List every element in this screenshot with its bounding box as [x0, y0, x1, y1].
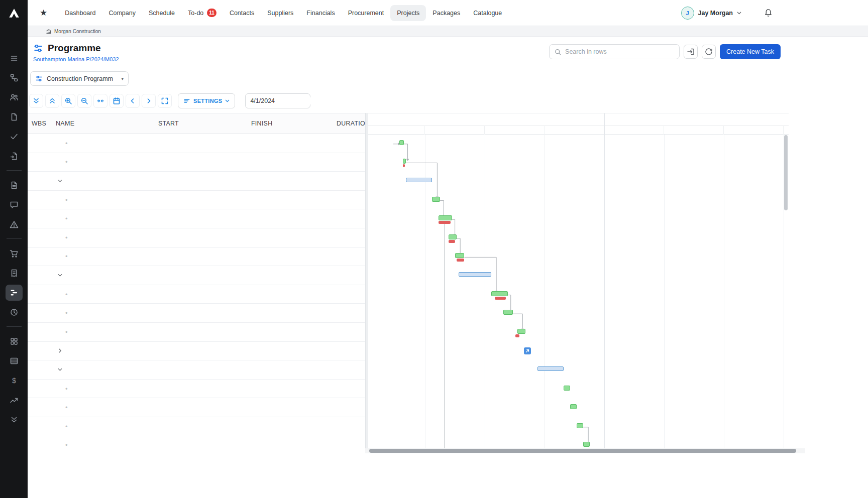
row-expander[interactable] [56, 348, 64, 353]
sidebar-item-file[interactable] [6, 177, 23, 193]
table-row[interactable]: • [28, 247, 365, 267]
table-row[interactable]: • [28, 380, 365, 399]
table-row[interactable]: • [28, 134, 365, 153]
gantt-task-bar[interactable] [577, 423, 583, 428]
sidebar-item-invoice[interactable] [6, 265, 23, 281]
favorites-star-icon[interactable]: ★ [40, 9, 47, 17]
sidebar-item-file-export[interactable] [6, 148, 23, 164]
sidebar-item-workflow[interactable] [6, 70, 23, 86]
sidebar-item-rows[interactable] [6, 353, 23, 369]
sidebar-item-clock[interactable] [6, 304, 23, 320]
vertical-scrollbar[interactable] [784, 135, 788, 210]
collapse-all-button[interactable] [45, 94, 59, 108]
sidebar-item-cart[interactable] [6, 245, 23, 262]
gantt-task-bar[interactable] [491, 291, 508, 296]
table-row[interactable]: • [28, 228, 365, 247]
nav-item-projects[interactable]: Projects [390, 5, 426, 21]
programme-select[interactable]: Construction Programm ▾ [30, 71, 129, 86]
column-header-wbs[interactable]: WBS [28, 120, 50, 127]
zoom-to-fit-button[interactable] [93, 94, 107, 108]
row-expander[interactable] [56, 273, 64, 278]
gantt-task-bar[interactable] [583, 442, 590, 447]
gantt-task-bar[interactable] [449, 234, 457, 239]
nav-item-procurement[interactable]: Procurement [342, 5, 391, 21]
sidebar-item-gantt[interactable] [6, 285, 23, 301]
nav-item-company[interactable]: Company [102, 5, 142, 21]
table-row[interactable]: • [28, 153, 365, 172]
gantt-task-bar[interactable] [564, 386, 570, 391]
notifications-bell-icon[interactable] [764, 9, 773, 17]
row-expander[interactable] [56, 367, 64, 372]
gantt-task-bar[interactable] [455, 253, 464, 258]
user-menu[interactable]: J Jay Morgan [681, 7, 741, 20]
table-row[interactable]: • [28, 209, 365, 228]
sidebar-item-grid[interactable] [6, 333, 23, 349]
gantt-task-bar[interactable] [403, 159, 406, 164]
gantt-task-bar[interactable] [432, 197, 440, 202]
gantt-task-bar[interactable] [399, 140, 404, 145]
sidebar-item-check[interactable] [6, 129, 23, 145]
sidebar-item-document[interactable] [6, 109, 23, 125]
shift-previous-button[interactable] [126, 94, 140, 108]
table-row[interactable] [28, 172, 365, 191]
collapsed-summary-bar[interactable] [524, 347, 531, 354]
nav-item-dashboard[interactable]: Dashboard [58, 5, 102, 21]
nav-item-contacts[interactable]: Contacts [223, 5, 261, 21]
shift-next-button[interactable] [142, 94, 156, 108]
column-header-duration[interactable]: DURATION [332, 120, 365, 127]
column-header-finish[interactable]: FINISH [246, 120, 332, 127]
table-row[interactable]: • [28, 436, 365, 449]
table-row[interactable]: • [28, 323, 365, 342]
zoom-out-button[interactable] [77, 94, 91, 108]
sidebar-item-dollar[interactable]: $ [6, 372, 23, 389]
sidebar-item-people[interactable] [6, 89, 23, 105]
row-expander[interactable] [56, 178, 64, 184]
calendar-button[interactable] [110, 94, 124, 108]
settings-button[interactable]: SETTINGS [178, 93, 235, 108]
column-header-start[interactable]: START [153, 120, 246, 127]
breadcrumb-company[interactable]: Morgan Construction [54, 29, 101, 34]
table-row[interactable] [28, 342, 365, 361]
nav-item-financials[interactable]: Financials [300, 5, 341, 21]
refresh-button[interactable] [702, 45, 716, 59]
fullscreen-button[interactable] [158, 94, 172, 108]
table-row[interactable] [28, 266, 365, 285]
sidebar-item-chat[interactable] [6, 197, 23, 213]
nav-item-packages[interactable]: Packages [426, 5, 467, 21]
table-row[interactable]: • [28, 398, 365, 417]
zoom-out-icon [80, 97, 88, 105]
sidebar-item-warning[interactable] [6, 216, 23, 232]
gantt-baseline-bar [495, 297, 506, 300]
gantt-summary-bar[interactable] [406, 178, 432, 182]
column-header-name[interactable]: NAME [50, 120, 153, 127]
nav-item-suppliers[interactable]: Suppliers [261, 5, 300, 21]
project-link[interactable]: Southampton Marina P/2024/M032 [33, 56, 119, 62]
nav-item-catalogue[interactable]: Catalogue [467, 5, 508, 21]
date-input[interactable] [250, 97, 331, 104]
create-new-task-button[interactable]: Create New Task [720, 44, 781, 59]
nav-item-schedule[interactable]: Schedule [142, 5, 181, 21]
app-logo-icon[interactable] [0, 0, 28, 26]
gantt-summary-bar[interactable] [459, 272, 491, 277]
table-row[interactable]: • [28, 191, 365, 210]
gantt-task-bar[interactable] [503, 310, 513, 315]
table-row[interactable] [28, 360, 365, 380]
table-row[interactable]: • [28, 304, 365, 323]
table-row[interactable]: • [28, 285, 365, 304]
gantt-task-bar[interactable] [517, 329, 525, 334]
gantt-task-bar[interactable] [570, 404, 577, 409]
zoom-in-button[interactable] [61, 94, 75, 108]
horizontal-scrollbar[interactable] [369, 449, 796, 453]
sidebar-item-chevrons-down[interactable] [6, 412, 23, 428]
nav-item-to-do[interactable]: To-do11 [181, 4, 223, 22]
expand-all-button[interactable] [29, 94, 43, 108]
search-input[interactable] [565, 48, 675, 55]
sidebar-item-list[interactable] [6, 50, 23, 66]
nav-item-label: Projects [397, 10, 419, 17]
sidebar-item-trend[interactable] [6, 392, 23, 408]
gantt-summary-bar[interactable] [537, 366, 564, 371]
cell-name: • [50, 328, 153, 336]
table-row[interactable]: • [28, 417, 365, 436]
export-button[interactable] [684, 45, 698, 59]
gantt-task-bar[interactable] [439, 215, 452, 220]
